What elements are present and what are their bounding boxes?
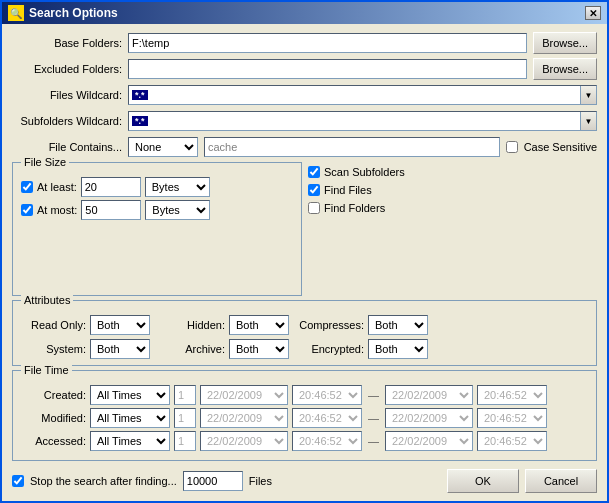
file-time-title: File Time (21, 364, 72, 376)
accessed-date2-select[interactable]: 22/02/2009 (385, 431, 473, 451)
files-wildcard-row: Files Wildcard: *.* ▼ (12, 84, 597, 106)
size-scan-section: File Size At least: BytesKBMBGB At most:… (12, 162, 597, 296)
system-select[interactable]: BothYesNo (90, 339, 150, 359)
scan-options-section: Scan Subfolders Find Files Find Folders (308, 162, 405, 296)
ok-cancel-row: OK Cancel (447, 469, 597, 493)
stop-search-row: Stop the search after finding... Files (12, 471, 272, 491)
created-date2-select[interactable]: 22/02/2009 (385, 385, 473, 405)
file-size-group: File Size At least: BytesKBMBGB At most:… (12, 162, 302, 296)
accessed-date1-select[interactable]: 22/02/2009 (200, 431, 288, 451)
at-most-label: At most: (37, 204, 77, 216)
modified-type-select[interactable]: All TimesBetweenWithin LastOlder Than (90, 408, 170, 428)
archive-item: Archive: BothYesNo (160, 339, 289, 359)
at-least-unit-select[interactable]: BytesKBMBGB (145, 177, 210, 197)
title-bar-left: 🔍 Search Options (8, 5, 118, 21)
created-num-input[interactable] (174, 385, 196, 405)
files-wildcard-dropdown[interactable]: *.* ▼ (128, 85, 597, 105)
hidden-item: Hidden: BothYesNo (160, 315, 289, 335)
window-icon: 🔍 (8, 5, 24, 21)
files-wildcard-value: *.* (129, 86, 580, 104)
files-label: Files (249, 475, 272, 487)
created-label: Created: (21, 389, 86, 401)
accessed-row: Accessed: All TimesBetweenWithin LastOld… (21, 431, 588, 451)
created-time1-select[interactable]: 20:46:52 (292, 385, 362, 405)
search-options-window: 🔍 Search Options ✕ Base Folders: Browse.… (0, 0, 609, 503)
scan-subfolders-checkbox[interactable] (308, 166, 320, 178)
find-folders-checkbox[interactable] (308, 202, 320, 214)
modified-time2-select[interactable]: 20:46:52 (477, 408, 547, 428)
archive-label: Archive: (160, 343, 225, 355)
files-wildcard-label: Files Wildcard: (12, 89, 122, 101)
base-folders-input[interactable] (128, 33, 527, 53)
compresses-select[interactable]: BothYesNo (368, 315, 428, 335)
accessed-num-input[interactable] (174, 431, 196, 451)
at-most-checkbox[interactable] (21, 204, 33, 216)
hidden-select[interactable]: BothYesNo (229, 315, 289, 335)
hidden-label: Hidden: (160, 319, 225, 331)
stop-search-checkbox[interactable] (12, 475, 24, 487)
excluded-folders-input[interactable] (128, 59, 527, 79)
file-contains-row: File Contains... None Text Hex Case Sens… (12, 136, 597, 158)
scan-subfolders-label: Scan Subfolders (324, 166, 405, 178)
compresses-item: Compresses: BothYesNo (299, 315, 428, 335)
find-files-checkbox[interactable] (308, 184, 320, 196)
attributes-grid: Read Only: BothYesNo Hidden: BothYesNo C… (21, 315, 588, 359)
accessed-type-select[interactable]: All TimesBetweenWithin LastOlder Than (90, 431, 170, 451)
excluded-folders-row: Excluded Folders: Browse... (12, 58, 597, 80)
stop-files-input[interactable] (183, 471, 243, 491)
base-folders-browse-button[interactable]: Browse... (533, 32, 597, 54)
file-contains-text-input[interactable] (204, 137, 500, 157)
system-label: System: (21, 343, 86, 355)
modified-row: Modified: All TimesBetweenWithin LastOld… (21, 408, 588, 428)
subfolders-wildcard-label: Subfolders Wildcard: (12, 115, 122, 127)
created-time2-select[interactable]: 20:46:52 (477, 385, 547, 405)
at-least-checkbox[interactable] (21, 181, 33, 193)
subfolders-wildcard-value: *.* (129, 112, 580, 130)
subfolders-wildcard-row: Subfolders Wildcard: *.* ▼ (12, 110, 597, 132)
title-bar: 🔍 Search Options ✕ (2, 2, 607, 24)
cancel-button[interactable]: Cancel (525, 469, 597, 493)
attr-row-1: Read Only: BothYesNo Hidden: BothYesNo C… (21, 315, 588, 335)
case-sensitive-checkbox[interactable] (506, 141, 518, 153)
modified-date1-select[interactable]: 22/02/2009 (200, 408, 288, 428)
subfolders-wildcard-dropdown[interactable]: *.* ▼ (128, 111, 597, 131)
modified-separator: — (366, 412, 381, 424)
modified-date2-select[interactable]: 22/02/2009 (385, 408, 473, 428)
modified-label: Modified: (21, 412, 86, 424)
at-most-unit-select[interactable]: BytesKBMBGB (145, 200, 210, 220)
at-least-row: At least: BytesKBMBGB (21, 177, 293, 197)
find-folders-label: Find Folders (324, 202, 385, 214)
archive-select[interactable]: BothYesNo (229, 339, 289, 359)
accessed-time2-select[interactable]: 20:46:52 (477, 431, 547, 451)
attributes-group: Attributes Read Only: BothYesNo Hidden: … (12, 300, 597, 366)
base-folders-label: Base Folders: (12, 37, 122, 49)
file-contains-label: File Contains... (12, 141, 122, 153)
encrypted-label: Encrypted: (299, 343, 364, 355)
read-only-label: Read Only: (21, 319, 86, 331)
main-content: Base Folders: Browse... Excluded Folders… (2, 24, 607, 501)
find-files-label: Find Files (324, 184, 372, 196)
created-date1-select[interactable]: 22/02/2009 (200, 385, 288, 405)
bottom-row: Stop the search after finding... Files O… (12, 465, 597, 493)
close-button[interactable]: ✕ (585, 6, 601, 20)
encrypted-select[interactable]: BothYesNo (368, 339, 428, 359)
subfolders-wildcard-arrow[interactable]: ▼ (580, 112, 596, 130)
excluded-folders-browse-button[interactable]: Browse... (533, 58, 597, 80)
read-only-select[interactable]: BothYesNo (90, 315, 150, 335)
file-contains-type-select[interactable]: None Text Hex (128, 137, 198, 157)
ok-button[interactable]: OK (447, 469, 519, 493)
base-folders-row: Base Folders: Browse... (12, 32, 597, 54)
file-time-group: File Time Created: All TimesBetweenWithi… (12, 370, 597, 461)
read-only-item: Read Only: BothYesNo (21, 315, 150, 335)
at-most-input[interactable] (81, 200, 141, 220)
modified-num-input[interactable] (174, 408, 196, 428)
find-folders-row: Find Folders (308, 202, 405, 214)
accessed-time1-select[interactable]: 20:46:52 (292, 431, 362, 451)
at-least-label: At least: (37, 181, 77, 193)
accessed-label: Accessed: (21, 435, 86, 447)
created-separator: — (366, 389, 381, 401)
files-wildcard-arrow[interactable]: ▼ (580, 86, 596, 104)
modified-time1-select[interactable]: 20:46:52 (292, 408, 362, 428)
at-least-input[interactable] (81, 177, 141, 197)
created-type-select[interactable]: All TimesBetweenWithin LastOlder Than (90, 385, 170, 405)
